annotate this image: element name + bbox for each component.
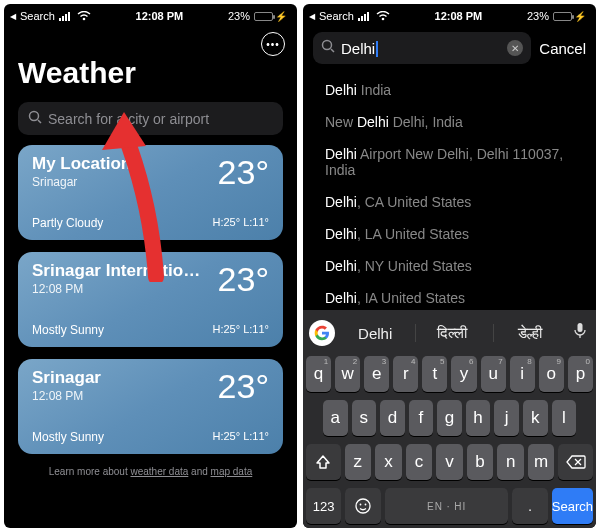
suggestion[interactable]: Delhi [339,325,411,342]
suggestion[interactable]: दिल्ली [415,324,488,342]
key-x[interactable]: x [375,444,402,480]
city-name: Srinagar [32,369,101,388]
weather-search-screen: ◀ Search 12:08 PM 23% ⚡ Delhi ✕ Cancel [303,4,596,528]
search-result[interactable]: Delhi Airport New Delhi, Delhi 110037, I… [303,138,596,186]
footer-learn-more: Learn more about weather data and map da… [4,466,297,477]
weather-list-screen: ◀ Search 12:08 PM 23% ⚡ ••• Weather Sear… [4,4,297,528]
search-result[interactable]: Delhi, NY United States [303,250,596,282]
keyboard-row: q1w2e3r4t5y6u7i8o9p0 [303,352,596,396]
svg-line-14 [331,49,334,52]
suggestion[interactable]: डेल्ही [493,324,566,342]
clock: 12:08 PM [136,10,184,22]
key-c[interactable]: c [406,444,433,480]
key-d[interactable]: d [380,400,405,436]
search-icon [28,110,42,127]
more-button[interactable]: ••• [261,32,285,56]
svg-point-4 [83,18,86,21]
battery-pct: 23% [527,10,549,22]
clock: 12:08 PM [435,10,483,22]
key-s[interactable]: s [352,400,377,436]
mic-icon[interactable] [570,323,590,343]
key-r[interactable]: r4 [393,356,418,392]
key-i[interactable]: i8 [510,356,535,392]
back-caret-icon[interactable]: ◀ [10,12,16,21]
svg-point-12 [382,18,385,21]
key-q[interactable]: q1 [306,356,331,392]
wifi-icon [77,11,91,21]
cancel-button[interactable]: Cancel [539,40,586,57]
svg-point-5 [30,112,39,121]
search-input[interactable]: Delhi ✕ [313,32,531,64]
key-l[interactable]: l [552,400,577,436]
page-title: Weather [4,56,297,90]
svg-rect-2 [65,14,67,21]
key-u[interactable]: u7 [481,356,506,392]
city-card[interactable]: Srinagar Internation… 12:08 PM 23° Mostl… [18,252,283,347]
svg-point-21 [365,504,367,506]
key-f[interactable]: f [409,400,434,436]
city-card[interactable]: Srinagar 12:08 PM 23° Mostly Sunny H:25°… [18,359,283,454]
condition: Mostly Sunny [32,430,104,444]
city-name: Srinagar Internation… [32,262,202,281]
back-label[interactable]: Search [20,10,55,22]
key-g[interactable]: g [437,400,462,436]
key-h[interactable]: h [466,400,491,436]
search-query: Delhi [341,40,378,57]
wifi-icon [376,11,390,21]
key-n[interactable]: n [497,444,524,480]
map-data-link[interactable]: map data [211,466,253,477]
svg-line-6 [38,120,41,123]
shift-key[interactable] [306,444,341,480]
google-icon[interactable] [309,320,335,346]
key-z[interactable]: z [345,444,372,480]
search-result[interactable]: Delhi India [303,74,596,106]
status-bar: ◀ Search 12:08 PM 23% ⚡ [4,4,297,24]
city-subtitle: 12:08 PM [32,389,101,403]
key-j[interactable]: j [494,400,519,436]
condition: Mostly Sunny [32,323,104,337]
emoji-key[interactable] [345,488,380,524]
svg-rect-9 [361,16,363,21]
key-m[interactable]: m [528,444,555,480]
key-p[interactable]: p0 [568,356,593,392]
key-a[interactable]: a [323,400,348,436]
search-key[interactable]: Search [552,488,593,524]
backspace-key[interactable] [558,444,593,480]
key-t[interactable]: t5 [422,356,447,392]
battery-icon [553,12,572,21]
key-b[interactable]: b [467,444,494,480]
period-key[interactable]: . [512,488,547,524]
signal-icon [358,12,372,21]
battery-pct: 23% [228,10,250,22]
back-caret-icon[interactable]: ◀ [309,12,315,21]
svg-rect-8 [358,18,360,21]
key-k[interactable]: k [523,400,548,436]
search-result[interactable]: New Delhi Delhi, India [303,106,596,138]
keyboard-row: zxcvbnm [303,440,596,484]
svg-rect-15 [577,323,582,332]
numbers-key[interactable]: 123 [306,488,341,524]
city-subtitle: Srinagar [32,175,131,189]
key-e[interactable]: e3 [364,356,389,392]
svg-rect-1 [62,16,64,21]
temperature: 23° [218,155,269,189]
key-o[interactable]: o9 [539,356,564,392]
status-bar: ◀ Search 12:08 PM 23% ⚡ [303,4,596,24]
key-w[interactable]: w2 [335,356,360,392]
key-y[interactable]: y6 [451,356,476,392]
high-low: H:25° L:11° [213,216,270,228]
keyboard-row: asdfghjkl [303,396,596,440]
condition: Partly Cloudy [32,216,103,230]
key-v[interactable]: v [436,444,463,480]
keyboard-row: 123 EN · HI . Search [303,484,596,528]
search-result[interactable]: Delhi, CA United States [303,186,596,218]
spacebar[interactable]: EN · HI [385,488,509,524]
search-result[interactable]: Delhi, LA United States [303,218,596,250]
clear-icon[interactable]: ✕ [507,40,523,56]
suggestion-bar: Delhi दिल्ली डेल्ही [303,314,596,352]
city-card[interactable]: My Location Srinagar 23° Partly Cloudy H… [18,145,283,240]
search-input[interactable]: Search for a city or airport [18,102,283,135]
high-low: H:25° L:11° [213,323,270,335]
back-label[interactable]: Search [319,10,354,22]
weather-data-link[interactable]: weather data [130,466,188,477]
